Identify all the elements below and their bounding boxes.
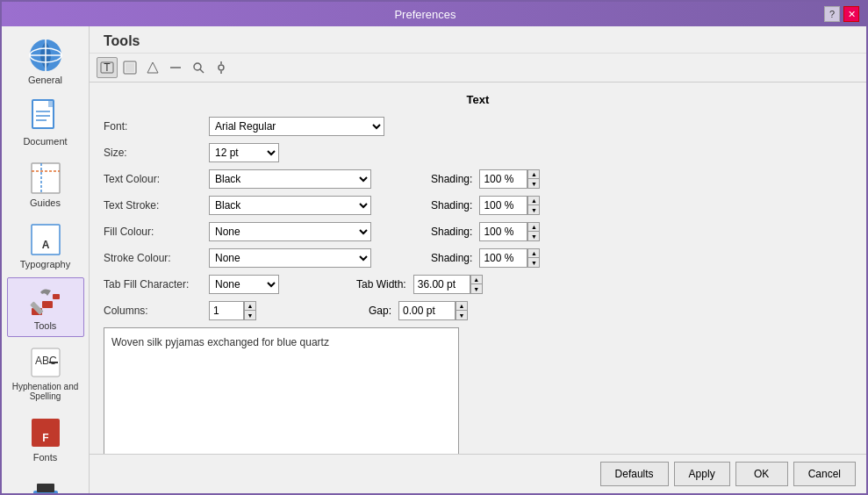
tab-width-up[interactable]: ▲ xyxy=(470,275,483,284)
text-colour-row: Text Colour: Black Shading: 100 % ▲ ▼ xyxy=(104,169,852,189)
gap-up[interactable]: ▲ xyxy=(456,301,468,311)
preview-area: Woven silk pyjamas exchanged for blue qu… xyxy=(104,327,459,454)
fill-colour-label: Fill Colour: xyxy=(104,226,209,238)
stroke-colour-row: Stroke Colour: None Shading: 100 % ▲ ▼ xyxy=(104,248,852,268)
preview-wrapper: Woven silk pyjamas exchanged for blue qu… xyxy=(104,327,852,454)
text-stroke-shading-down[interactable]: ▼ xyxy=(527,205,540,215)
columns-down[interactable]: ▼ xyxy=(244,311,256,320)
sidebar-item-hyphenation[interactable]: ABC Hyphenation and Spelling xyxy=(7,339,84,407)
hyphenation-icon: ABC xyxy=(28,345,63,380)
fill-colour-row: Fill Colour: None Shading: 100 % ▲ ▼ xyxy=(104,222,852,241)
tab-fill-row: Tab Fill Character: None Tab Width: 36.0… xyxy=(104,275,852,294)
svg-marker-31 xyxy=(147,62,158,73)
fill-colour-shading-down[interactable]: ▼ xyxy=(527,232,540,241)
font-select[interactable]: Arial Regular xyxy=(209,117,384,136)
general-icon xyxy=(28,38,63,73)
toolbar-settings-icon[interactable] xyxy=(211,57,232,78)
title-controls: ? ✕ xyxy=(824,6,859,22)
tools-icon xyxy=(28,283,63,319)
stroke-colour-shading-up[interactable]: ▲ xyxy=(527,248,540,258)
text-colour-shading-down[interactable]: ▼ xyxy=(527,179,540,189)
text-colour-select[interactable]: Black xyxy=(209,169,371,189)
sidebar-item-document[interactable]: Document xyxy=(7,93,84,153)
columns-val: 1 xyxy=(209,301,244,320)
sidebar-item-guides[interactable]: Guides xyxy=(7,154,84,214)
svg-point-33 xyxy=(194,63,201,70)
svg-rect-15 xyxy=(42,301,53,308)
text-colour-shading-val: 100 % xyxy=(479,169,527,189)
toolbar-zoom-icon[interactable] xyxy=(188,57,209,78)
typography-icon: A xyxy=(28,222,63,257)
toolbar: T xyxy=(90,54,866,82)
sidebar: General Document xyxy=(2,26,90,493)
defaults-button[interactable]: Defaults xyxy=(600,462,669,486)
sidebar-label-document: Document xyxy=(23,136,67,147)
tab-fill-label: Tab Fill Character: xyxy=(104,278,209,291)
tab-width-down[interactable]: ▼ xyxy=(470,284,483,294)
svg-text:ABC: ABC xyxy=(35,355,57,367)
toolbar-line-icon[interactable] xyxy=(165,57,186,78)
close-button[interactable]: ✕ xyxy=(843,6,859,22)
text-stroke-row: Text Stroke: Black Shading: 100 % ▲ ▼ xyxy=(104,196,852,215)
title-bar: Preferences ? ✕ xyxy=(2,2,866,26)
text-colour-label: Text Colour: xyxy=(104,173,209,185)
size-select[interactable]: 12 pt xyxy=(209,143,279,162)
apply-button[interactable]: Apply xyxy=(674,462,730,486)
help-button[interactable]: ? xyxy=(824,6,840,22)
document-icon xyxy=(28,99,63,134)
stroke-colour-shading-down[interactable]: ▼ xyxy=(527,258,540,268)
preferences-window: Preferences ? ✕ General xyxy=(0,0,868,495)
text-stroke-shading-val: 100 % xyxy=(479,196,527,215)
preview-text: Woven silk pyjamas exchanged for blue qu… xyxy=(111,336,329,348)
fill-colour-shading-label: Shading: xyxy=(431,226,472,238)
text-stroke-select[interactable]: Black xyxy=(209,196,371,215)
size-row: Size: 12 pt xyxy=(104,143,852,162)
cancel-button[interactable]: Cancel xyxy=(793,462,856,486)
svg-rect-9 xyxy=(32,163,60,193)
size-label: Size: xyxy=(104,147,209,159)
columns-up[interactable]: ▲ xyxy=(244,301,256,311)
text-stroke-shading-label: Shading: xyxy=(431,199,472,212)
font-label: Font: xyxy=(104,120,209,133)
tab-fill-select[interactable]: None xyxy=(209,275,279,294)
text-panel: Text Font: Arial Regular Size: 12 xyxy=(90,82,866,454)
svg-point-35 xyxy=(219,65,224,70)
sidebar-item-typography[interactable]: A Typography xyxy=(7,216,84,276)
gap-down[interactable]: ▼ xyxy=(456,311,468,320)
text-stroke-shading-up[interactable]: ▲ xyxy=(527,196,540,205)
window-content: General Document xyxy=(2,26,866,493)
stroke-colour-select[interactable]: None xyxy=(209,248,371,268)
fill-colour-shading-up[interactable]: ▲ xyxy=(527,222,540,232)
tab-width-label: Tab Width: xyxy=(356,278,406,291)
sidebar-item-fonts[interactable]: F Fonts xyxy=(7,409,84,469)
ok-button[interactable]: OK xyxy=(735,462,788,486)
svg-rect-30 xyxy=(126,63,134,72)
text-colour-shading-label: Shading: xyxy=(431,173,472,185)
text-section-title: Text xyxy=(104,93,852,106)
columns-label: Columns: xyxy=(104,305,209,317)
text-colour-shading-up[interactable]: ▲ xyxy=(527,169,540,179)
fonts-icon: F xyxy=(28,415,63,450)
toolbar-image-icon[interactable] xyxy=(119,57,140,78)
tab-width-val: 36.00 pt xyxy=(413,275,470,294)
stroke-colour-shading-val: 100 % xyxy=(479,248,527,268)
sidebar-label-typography: Typography xyxy=(20,259,70,269)
svg-text:F: F xyxy=(42,432,48,444)
sidebar-item-general[interactable]: General xyxy=(7,32,84,91)
toolbar-text-icon[interactable]: T xyxy=(97,57,118,78)
printer-icon xyxy=(28,477,63,493)
font-control: Arial Regular xyxy=(209,117,852,136)
stroke-colour-shading-label: Shading: xyxy=(431,252,472,264)
fill-colour-select[interactable]: None xyxy=(209,222,371,241)
stroke-colour-label: Stroke Colour: xyxy=(104,252,209,264)
sidebar-item-printer[interactable]: Printer xyxy=(7,470,84,493)
sidebar-label-guides: Guides xyxy=(30,197,61,208)
sidebar-label-hyphenation: Hyphenation and Spelling xyxy=(11,382,80,401)
sidebar-item-tools[interactable]: Tools xyxy=(7,277,84,337)
toolbar-shape-icon[interactable] xyxy=(142,57,163,78)
window-title: Preferences xyxy=(26,8,824,21)
columns-row: Columns: 1 ▲ ▼ Gap: 0.00 pt xyxy=(104,301,852,320)
font-row: Font: Arial Regular xyxy=(104,117,852,136)
gap-label: Gap: xyxy=(369,305,391,317)
svg-rect-24 xyxy=(37,484,54,492)
